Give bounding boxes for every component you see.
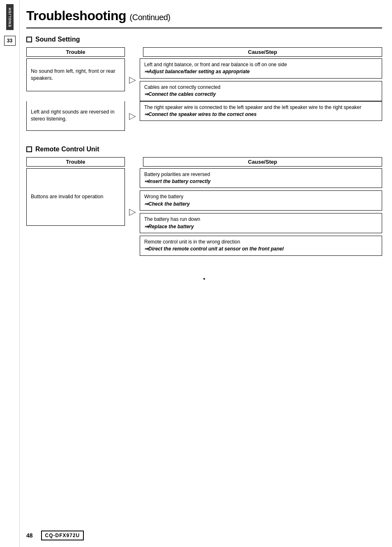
remote-cause-2: Wrong the battery ⇒Check the battery (140, 190, 382, 211)
remote-cause-4: Remote control unit is in the wrong dire… (140, 236, 382, 256)
page-title: Troubleshooting (Continued) (26, 8, 171, 23)
cause-cell-2-1: The right speaker wire is connected to t… (140, 101, 382, 121)
remote-arrow-col: ▷ (125, 168, 140, 256)
sound-setting-header: Sound Setting (26, 36, 382, 43)
arrow-col-2: ▷ (125, 101, 140, 131)
sidebar-tab: ENGLISH (6, 4, 14, 30)
sound-setting-table: Trouble Cause/Step No sound from left, r… (26, 47, 382, 133)
remote-cause-3: The battery has run down ⇒Replace the ba… (140, 213, 382, 233)
sidebar-page-number: 33 (4, 36, 16, 46)
sound-row-2: Left and right sounds are reversed in st… (26, 101, 382, 131)
trouble-column-header: Trouble (26, 47, 125, 57)
cause-group-2: The right speaker wire is connected to t… (140, 101, 382, 131)
footer-page-number: 48 (26, 532, 33, 539)
main-content: Troubleshooting (Continued) Sound Settin… (20, 0, 392, 547)
remote-cause-group: Battery polarities are reversed ⇒Insert … (140, 168, 382, 256)
remote-cause-header: Cause/Step (143, 157, 382, 167)
remote-trouble-cell: Buttons are invalid for operation (26, 168, 125, 256)
remote-arrow: ▷ (129, 168, 136, 256)
remote-row: Buttons are invalid for operation ▷ Batt… (26, 168, 382, 256)
remote-cause-1: Battery polarities are reversed ⇒Insert … (140, 168, 382, 188)
remote-control-title: Remote Control Unit (35, 146, 99, 153)
sound-row-1: No sound from left, right, front or rear… (26, 58, 382, 101)
remote-table-header: Trouble Cause/Step (26, 157, 382, 167)
title-divider (26, 28, 382, 28)
arrow-col-1: ▷ (125, 58, 140, 101)
arrow-1: ▷ (129, 58, 136, 101)
cause-column-header: Cause/Step (143, 47, 382, 57)
center-dot (26, 275, 382, 281)
arrow-2: ▷ (129, 101, 136, 131)
sidebar: ENGLISH 33 (0, 0, 20, 547)
sound-setting-title: Sound Setting (35, 36, 80, 43)
section-checkbox-remote (26, 146, 32, 152)
footer-model-number: CQ-DFX972U (41, 531, 84, 540)
cause-group-1: Left and right balance, or front and rea… (140, 58, 382, 101)
trouble-cell-1: No sound from left, right, front or rear… (26, 58, 125, 101)
remote-trouble-header: Trouble (26, 157, 125, 167)
page-footer: 48 CQ-DFX972U (20, 531, 392, 540)
remote-control-table: Trouble Cause/Step Buttons are invalid f… (26, 157, 382, 258)
cause-cell-1-2: Cables are not correctly connected ⇒Conn… (140, 81, 382, 101)
remote-control-header: Remote Control Unit (26, 146, 382, 153)
trouble-cell-2: Left and right sounds are reversed in st… (26, 101, 125, 131)
section-checkbox-sound (26, 37, 32, 42)
sound-table-header: Trouble Cause/Step (26, 47, 382, 57)
cause-cell-1-1: Left and right balance, or front and rea… (140, 58, 382, 79)
